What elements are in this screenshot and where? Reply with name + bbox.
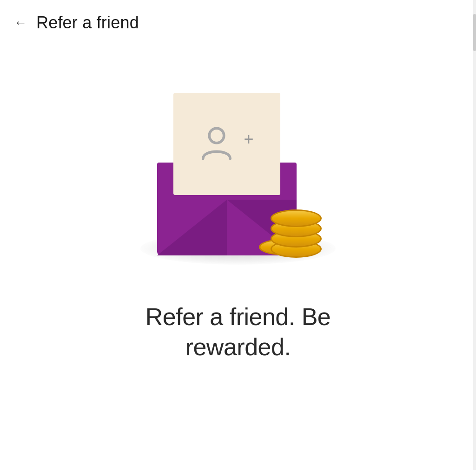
tagline-line1: Refer a friend. Be — [145, 302, 331, 332]
main-content: + Refer a friend. Be rewarded. — [0, 42, 476, 362]
coins-stack — [259, 183, 333, 258]
coin-4 — [271, 209, 322, 227]
letter: + — [173, 93, 280, 195]
page-title: Refer a friend — [36, 13, 139, 33]
svg-point-0 — [210, 128, 225, 143]
scrollbar-track[interactable] — [473, 0, 476, 470]
tagline: Refer a friend. Be rewarded. — [145, 302, 331, 362]
illustration: + — [117, 60, 359, 283]
plus-sign: + — [244, 130, 253, 149]
person-add-icon: + — [200, 123, 253, 165]
envelope-left-flap — [157, 200, 227, 255]
tagline-line2: rewarded. — [145, 332, 331, 362]
header: ← Refer a friend — [0, 0, 476, 42]
back-button[interactable]: ← — [14, 16, 27, 29]
scrollbar-thumb[interactable] — [473, 14, 476, 51]
